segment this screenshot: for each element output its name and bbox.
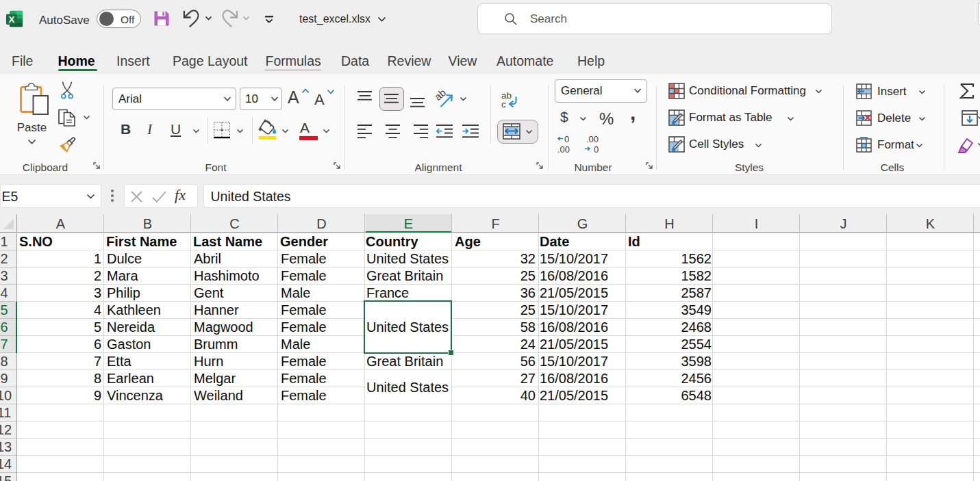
svg-text:0: 0 — [564, 135, 569, 144]
svg-text:0: 0 — [594, 144, 599, 154]
svg-text:X: X — [8, 14, 14, 25]
svg-text:.00: .00 — [557, 144, 570, 154]
svg-text:.00: .00 — [586, 135, 599, 144]
svg-text:c: c — [501, 99, 506, 109]
